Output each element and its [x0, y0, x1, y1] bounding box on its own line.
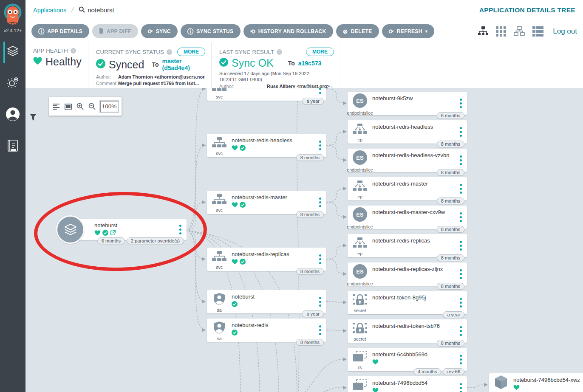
sidebar-item-applications[interactable] [0, 40, 25, 65]
node-menu-button[interactable] [454, 319, 467, 343]
sync-target-link[interactable]: master (d5ad4e4) [162, 58, 205, 71]
node-menu-button[interactable] [314, 290, 326, 313]
sync-more-button[interactable]: MORE [177, 48, 205, 56]
endpointslice-icon: ES [352, 150, 368, 167]
resource-node[interactable]: svcnoteburst-redis-replicas8 months [207, 248, 326, 271]
node-kind-label: rs [358, 365, 362, 370]
node-kind-label: ep [357, 251, 362, 256]
node-tag: 8 months [296, 211, 324, 218]
svc-icon [212, 88, 226, 94]
ep-icon [353, 237, 367, 251]
refresh-icon: ⟳ [389, 28, 394, 34]
node-menu-button[interactable] [454, 291, 467, 314]
node-tag: a year [302, 310, 324, 317]
resource-node[interactable]: ESendpointslicenoteburst-9k5zw6 months [348, 92, 467, 115]
last-sync-target-link[interactable]: a19c573 [298, 60, 322, 67]
svg-text:ES: ES [356, 98, 364, 104]
app-diff-button[interactable]: APP DIFF [92, 24, 138, 38]
breadcrumb-current[interactable]: noteburst [79, 6, 114, 14]
link-icon [110, 230, 116, 237]
resource-node[interactable]: secretnoteburst-redis-token-tsb768 month… [348, 319, 467, 343]
node-menu-button[interactable] [454, 376, 467, 392]
check-icon [232, 330, 238, 337]
user-icon [5, 107, 20, 124]
view-grid-icon[interactable] [496, 26, 506, 37]
resource-node[interactable]: ESendpointslicenoteburst-redis-master-cx… [348, 206, 467, 229]
resource-node[interactable]: ESendpointslicenoteburst-redis-headless-… [348, 149, 467, 172]
resource-node[interactable]: ESendpointslicenoteburst-redis-replicas-… [348, 262, 467, 286]
svg-text:ES: ES [356, 212, 364, 218]
node-menu-button[interactable] [454, 262, 467, 286]
node-menu-button[interactable] [314, 248, 326, 271]
filter-icon[interactable] [30, 114, 37, 122]
graph-zoom-panel [49, 97, 122, 116]
zoom-in-icon[interactable] [76, 103, 84, 110]
node-menu-button[interactable] [454, 348, 467, 371]
node-menu-button[interactable] [314, 319, 326, 342]
sidebar-item-documentation[interactable] [0, 134, 25, 159]
last-sync-more-button[interactable]: MORE [306, 48, 334, 56]
sync-button[interactable]: ⟳ SYNC [141, 24, 178, 38]
app-details-button[interactable]: ⓘ APP DETAILS [31, 24, 89, 38]
node-title: noteburst-redis-headless-vzvbn [372, 152, 454, 158]
delete-button[interactable]: ⊗ DELETE [336, 24, 379, 38]
resource-node[interactable]: rsnoteburst-7496bcbd54 [348, 376, 467, 392]
layout-icon[interactable] [53, 104, 60, 110]
application-node[interactable]: noteburst 6 months2 parameter override(s… [56, 215, 187, 240]
refresh-button[interactable]: ⟳ REFRESH ▾ [382, 24, 435, 38]
resource-node[interactable]: svcnoteburst-redis-headless8 months [207, 134, 326, 157]
resource-node[interactable]: svca year [207, 88, 326, 101]
sync-icon: ⟳ [148, 28, 153, 34]
resource-node[interactable]: rsnoteburst-6c4bbb569d4 monthsrev:66 [348, 348, 467, 371]
view-list-icon[interactable] [532, 26, 543, 37]
node-menu-button[interactable] [454, 177, 467, 200]
view-tree-icon[interactable] [478, 26, 488, 37]
resource-node[interactable]: sanoteburst-redis8 months [207, 319, 326, 342]
help-icon: ? [71, 48, 76, 54]
history-rollback-button[interactable]: ⟲ HISTORY AND ROLLBACK [243, 24, 333, 38]
resource-node[interactable]: podnoteburst-7496bcbd54-xwz [489, 373, 583, 392]
breadcrumb-applications[interactable]: Applications [33, 7, 66, 14]
node-menu-button[interactable] [454, 92, 467, 115]
sync-ok-check-icon [219, 58, 228, 68]
caret-down-icon: ▾ [425, 29, 427, 34]
resource-node[interactable]: epnoteburst-redis-master8 months [348, 177, 467, 200]
logout-button[interactable]: Log out [553, 27, 577, 36]
heart-icon [232, 202, 238, 209]
node-kind-label: svc [216, 208, 223, 213]
help-icon: ? [277, 49, 282, 55]
node-tag: 8 months [437, 169, 464, 176]
sidebar-item-settings[interactable] [0, 71, 25, 96]
last-sync-panel: LAST SYNC RESULT ? MORE Sync OK To a19c5… [211, 42, 340, 88]
node-menu-button[interactable] [454, 149, 467, 172]
resource-node[interactable]: secretnoteburst-token-8g95ja year [348, 291, 467, 314]
resource-node[interactable]: epnoteburst-redis-headless8 months [348, 120, 467, 144]
check-icon [240, 202, 246, 209]
heart-icon [372, 359, 379, 367]
svc-icon [212, 251, 226, 264]
node-menu-button[interactable] [454, 120, 467, 144]
node-menu-button[interactable] [314, 191, 326, 214]
node-menu-button[interactable] [314, 134, 326, 157]
resource-node[interactable]: sanotebursta year [207, 290, 326, 313]
node-menu-button[interactable] [454, 234, 467, 257]
sync-status-button[interactable]: ⓘ SYNC STATUS [181, 24, 241, 38]
resource-tree-canvas[interactable]: noteburst 6 months2 parameter override(s… [25, 88, 583, 392]
sidebar: v2.4.12+ [0, 0, 25, 392]
resource-node[interactable]: epnoteburst-redis-replicas8 months [348, 234, 467, 257]
to-label: To [288, 60, 295, 67]
node-menu-button[interactable] [454, 206, 467, 229]
current-sync-panel: CURRENT SYNC STATUS ? MORE Synced To mas… [88, 42, 211, 88]
resource-node[interactable]: svcnoteburst-redis-master8 months [207, 191, 326, 214]
sidebar-item-user[interactable] [0, 103, 25, 127]
node-kind-label: endpointslice [347, 281, 373, 286]
view-network-icon[interactable] [514, 26, 525, 37]
node-kind-label: ep [357, 137, 362, 142]
zoom-out-icon[interactable] [88, 103, 96, 110]
node-tag: 8 months [437, 283, 464, 290]
fit-to-screen-icon[interactable] [65, 104, 72, 110]
zoom-level-input[interactable] [100, 101, 118, 112]
breadcrumb-app-name: noteburst [88, 6, 114, 14]
delete-icon: ⊗ [343, 28, 348, 34]
node-tag: 4 months [413, 368, 441, 375]
